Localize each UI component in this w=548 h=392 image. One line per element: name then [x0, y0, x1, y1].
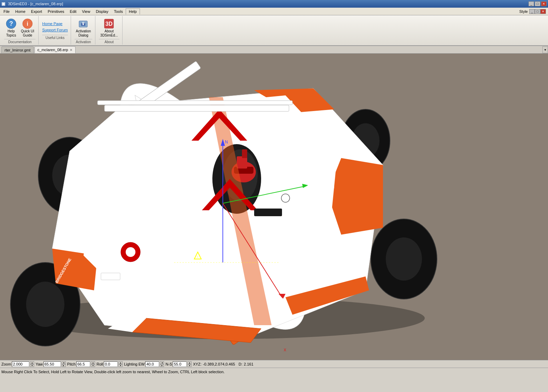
pitch-spinner[interactable]: ▲ ▼	[91, 361, 95, 367]
lighting-ew-down[interactable]: ►	[160, 364, 164, 367]
help-topics-icon: ?	[6, 18, 17, 29]
menu-primitives[interactable]: Primitives	[45, 9, 67, 14]
svg-rect-53	[101, 273, 120, 280]
lighting-ew-label: Lighting EW	[124, 362, 144, 366]
svg-rect-41	[237, 156, 247, 168]
tab-mclaren[interactable]: c_mclaren_08.erp ✕	[34, 46, 76, 53]
titlebar-controls: _ □ ✕	[529, 1, 547, 6]
pitch-field: Pitch ▲ ▼	[67, 361, 95, 367]
menu-edit[interactable]: Edit	[67, 9, 79, 14]
zoom-spinner[interactable]: ▲ ▼	[30, 361, 34, 367]
svg-rect-52	[254, 209, 282, 216]
yaw-up[interactable]: ◄	[62, 361, 66, 364]
ribbon-group-documentation: ? HelpTopics i Quick UIGuide Documentati…	[1, 16, 39, 45]
svg-text:3D: 3D	[105, 21, 112, 27]
svg-text:!: !	[197, 256, 198, 259]
svg-text:?: ?	[9, 20, 13, 27]
xyz-field: XYZ: -0.389,2.074,0.465 D: 2.161	[193, 362, 253, 366]
zoom-input[interactable]	[12, 361, 29, 367]
tab-rter[interactable]: rter_lmirror.gmt	[1, 46, 34, 53]
style-restore[interactable]: □	[535, 9, 540, 14]
zoom-up[interactable]: ▲	[30, 361, 34, 364]
roll-field: Roll ▲ ▼	[96, 361, 123, 367]
menu-display[interactable]: Display	[93, 9, 111, 14]
svg-rect-54	[104, 105, 289, 111]
ns-up[interactable]: ▲	[187, 361, 191, 364]
viewport[interactable]: BRIDGESTONE N x !	[0, 54, 548, 360]
roll-label: Roll	[96, 362, 103, 366]
maximize-button[interactable]: □	[535, 1, 540, 6]
ribbon-group-activation: ActivationDialog Activation	[72, 16, 95, 45]
menu-home[interactable]: Home	[13, 9, 28, 14]
info-statusbar: Mouse Right Click To Select, Hold Left t…	[0, 368, 548, 375]
tab-rter-label: rter_lmirror.gmt	[5, 48, 31, 52]
style-close[interactable]: ✕	[540, 9, 546, 14]
svg-point-30	[386, 237, 422, 281]
menu-file[interactable]: File	[1, 9, 13, 14]
quick-ui-guide-label: Quick UIGuide	[21, 29, 34, 38]
app-icon: ▣	[1, 1, 5, 6]
activation-dialog-label: ActivationDialog	[76, 29, 91, 38]
yaw-label: Yaw	[36, 362, 43, 366]
lighting-ew-input[interactable]	[145, 361, 159, 367]
menu-help[interactable]: Help	[126, 8, 140, 15]
home-page-link[interactable]: Home Page	[42, 21, 68, 27]
pitch-label: Pitch	[67, 362, 76, 366]
svg-rect-42	[242, 149, 247, 158]
roll-input[interactable]	[104, 361, 118, 367]
ribbon-group-about: 3D About3DSimEd... About	[96, 16, 123, 45]
svg-text:x: x	[284, 347, 286, 352]
titlebar-title: 3DSimED3 - [c_mclaren_08.erp]	[8, 2, 63, 6]
yaw-spinner[interactable]: ◄ ►	[62, 361, 66, 367]
menu-tools[interactable]: Tools	[111, 9, 126, 14]
roll-spinner[interactable]: ▲ ▼	[118, 361, 123, 367]
ns-down[interactable]: ▼	[187, 364, 191, 367]
statusbar: Zoom ▲ ▼ Yaw ◄ ► Pitch ▲ ▼ Roll ▲ ▼ Ligh…	[0, 360, 548, 368]
lighting-ew-spinner[interactable]: ◄ ►	[160, 361, 164, 367]
documentation-buttons: ? HelpTopics i Quick UIGuide	[4, 17, 36, 38]
close-button[interactable]: ✕	[541, 1, 547, 6]
about-label: About	[99, 39, 119, 44]
info-status-text: Mouse Right Click To Select, Hold Left t…	[1, 370, 225, 374]
tab-scroll-button[interactable]: ▼	[542, 46, 548, 53]
about-3dsimed-label: About3DSimEd...	[100, 29, 118, 38]
ns-label: N-S	[165, 362, 172, 366]
titlebar-left: ▣ 3DSimED3 - [c_mclaren_08.erp]	[1, 1, 63, 6]
menu-view[interactable]: View	[79, 9, 93, 14]
yaw-field: Yaw ◄ ►	[36, 361, 66, 367]
pitch-down[interactable]: ▼	[91, 364, 95, 367]
xyz-label: XYZ:	[193, 362, 201, 366]
roll-down[interactable]: ▼	[118, 364, 123, 367]
activation-dialog-button[interactable]: ActivationDialog	[75, 17, 92, 38]
ns-field: N-S ▲ ▼	[165, 361, 191, 367]
activation-dialog-icon	[78, 18, 89, 29]
minimize-button[interactable]: _	[529, 1, 534, 6]
d-label: D:	[238, 362, 242, 366]
activation-label: Activation	[75, 39, 92, 44]
yaw-down[interactable]: ►	[62, 364, 66, 367]
about-buttons: 3D About3DSimEd...	[99, 17, 119, 38]
zoom-down[interactable]: ▼	[30, 364, 34, 367]
help-topics-button[interactable]: ? HelpTopics	[4, 17, 18, 38]
support-forum-link[interactable]: Support Forum	[42, 27, 68, 33]
pitch-input[interactable]	[76, 361, 90, 367]
menu-export[interactable]: Export	[28, 9, 45, 14]
ns-spinner[interactable]: ▲ ▼	[187, 361, 191, 367]
style-minimize[interactable]: _	[529, 9, 535, 14]
tab-mclaren-close[interactable]: ✕	[70, 48, 72, 52]
lighting-ew-up[interactable]: ◄	[160, 361, 164, 364]
yaw-input[interactable]	[44, 361, 61, 367]
ns-input[interactable]	[173, 361, 187, 367]
style-label: Style	[519, 9, 528, 14]
zoom-field: Zoom ▲ ▼	[1, 361, 34, 367]
svg-text:N: N	[225, 140, 228, 144]
about-3dsimed-button[interactable]: 3D About3DSimEd...	[99, 17, 119, 38]
tab-mclaren-label: c_mclaren_08.erp	[38, 48, 68, 52]
ribbon: ? HelpTopics i Quick UIGuide Documentati…	[0, 15, 548, 46]
pitch-up[interactable]: ▲	[91, 361, 95, 364]
quick-ui-guide-button[interactable]: i Quick UIGuide	[19, 17, 36, 38]
roll-up[interactable]: ▲	[118, 361, 123, 364]
tabs-bar: rter_lmirror.gmt c_mclaren_08.erp ✕ ▼	[0, 46, 548, 54]
svg-text:i: i	[27, 21, 28, 27]
quick-ui-guide-icon: i	[22, 18, 33, 29]
